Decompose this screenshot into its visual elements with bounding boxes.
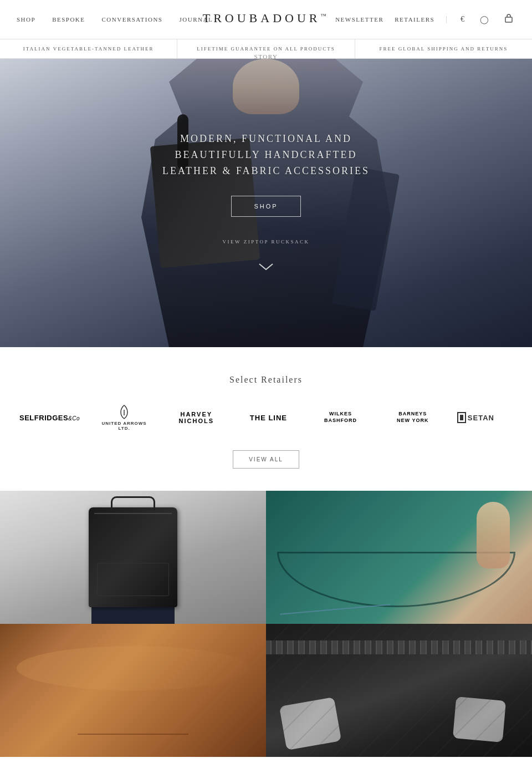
hero-shop-button[interactable]: SHOP — [231, 196, 300, 217]
hero-content: MODERN, FUNCTIONAL AND BEAUTIFULLY HANDC… — [162, 131, 370, 274]
the-line-logo[interactable]: THE LINE — [238, 411, 299, 425]
retailers-section: Select Retailers SELFRIDGES&Co UNITED AR… — [0, 347, 532, 491]
nav-bespoke[interactable]: BESPOKE — [52, 16, 85, 23]
nav-left: SHOP BESPOKE CONVERSATIONS JOURNAL — [17, 16, 213, 23]
isetan-icon — [457, 412, 466, 423]
the-line-text: THE LINE — [241, 414, 296, 422]
banner-item-3: FREE GLOBAL SHIPPING AND RETURNS — [355, 39, 532, 58]
nav-story[interactable]: STORY — [254, 53, 278, 60]
brown-leather-photo-cell — [0, 624, 266, 757]
nav-right: NEWSLETTER RETAILERS | € ◯ — [335, 13, 515, 26]
bag-shape — [89, 507, 177, 607]
main-nav: SHOP BESPOKE CONVERSATIONS JOURNAL TROUB… — [0, 0, 532, 39]
nav-newsletter[interactable]: NEWSLETTER — [335, 16, 383, 23]
wilkes-bashford-text: WILKESBASHFORD — [313, 411, 369, 424]
svg-rect-0 — [505, 17, 512, 22]
harvey-nichols-logo[interactable]: HARVEY NICHOLS — [166, 408, 227, 427]
nav-shop[interactable]: SHOP — [17, 16, 35, 23]
selfridges-logo[interactable]: SELFRIDGES&Co — [17, 411, 83, 425]
site-logo[interactable]: TROUBADOUR™ — [203, 12, 330, 24]
zipper-photo-cell — [266, 624, 532, 757]
currency-selector[interactable]: € — [458, 14, 467, 25]
hero-title: MODERN, FUNCTIONAL AND BEAUTIFULLY HANDC… — [162, 131, 370, 179]
view-all-retailers-button[interactable]: VIEW ALL — [233, 450, 299, 469]
nav-retailers[interactable]: RETAILERS — [395, 16, 434, 23]
photo-grid — [0, 491, 532, 757]
isetan-wrapper: SETAN — [457, 412, 513, 423]
view-all-label: VIEW ALL — [249, 456, 283, 462]
bag-photo-cell — [0, 491, 266, 624]
retailers-heading: Select Retailers — [17, 375, 515, 385]
selfridges-text: SELFRIDGES&Co — [19, 414, 80, 422]
banner-item-1: ITALIAN VEGETABLE-TANNED LEATHER — [0, 39, 177, 58]
united-arrows-icon — [117, 404, 131, 420]
account-icon[interactable]: ◯ — [478, 14, 491, 26]
isetan-text: SETAN — [468, 414, 494, 422]
hero-scroll-chevron[interactable] — [162, 261, 370, 275]
united-arrows-text: UNITED ARROWS LTD. — [96, 421, 152, 431]
nav-conversations[interactable]: CONVERSATIONS — [102, 16, 163, 23]
teal-leather-photo-cell — [266, 491, 532, 624]
isetan-logo[interactable]: SETAN — [454, 409, 515, 426]
nav-center: TROUBADOUR™ STORY — [203, 12, 330, 27]
hero-section: MODERN, FUNCTIONAL AND BEAUTIFULLY HANDC… — [0, 59, 532, 347]
harvey-nichols-text: HARVEY NICHOLS — [168, 411, 224, 424]
united-arrows-logo[interactable]: UNITED ARROWS LTD. — [94, 401, 155, 434]
barneys-text: BARNEYSNEW YORK — [385, 411, 441, 424]
barneys-logo[interactable]: BARNEYSNEW YORK — [382, 408, 443, 426]
wilkes-bashford-logo[interactable]: WILKESBASHFORD — [310, 408, 371, 426]
retailers-logos-row: SELFRIDGES&Co UNITED ARROWS LTD. HARVEY … — [17, 401, 515, 434]
hero-view-rucksack[interactable]: VIEW ZIPTOP RUCKSACK — [162, 239, 370, 245]
bag-icon[interactable] — [502, 13, 515, 26]
nav-divider: | — [446, 15, 447, 24]
